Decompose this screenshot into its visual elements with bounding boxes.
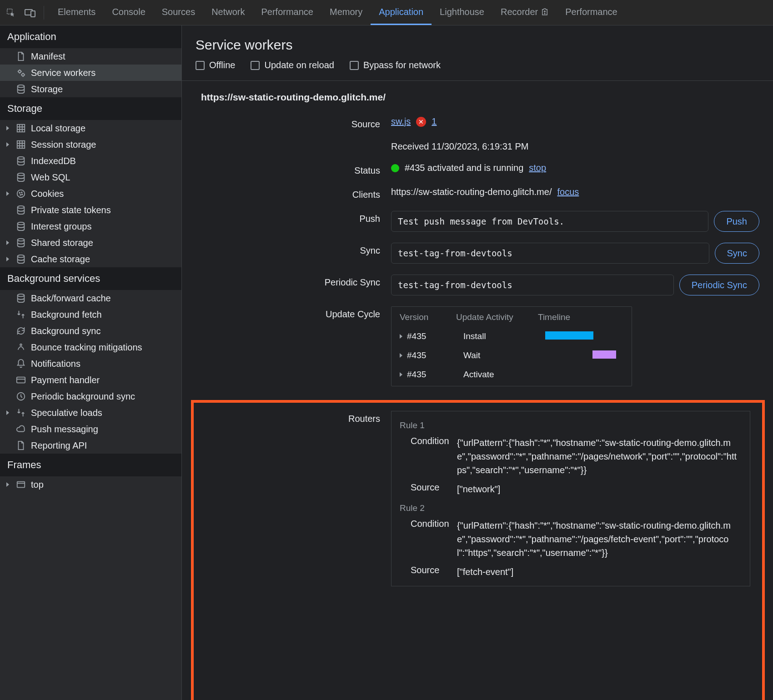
tab-elements[interactable]: Elements: [50, 0, 104, 25]
periodic-sync-button[interactable]: Periodic Sync: [679, 275, 759, 295]
cycle-activity: Wait: [463, 350, 545, 360]
cycle-row[interactable]: #435 Activate: [400, 365, 623, 384]
sidebar-item-back-forward-cache[interactable]: Back/forward cache: [0, 290, 181, 306]
gears-icon: [15, 67, 26, 78]
sidebar-item-speculative-loads[interactable]: Speculative loads: [0, 405, 181, 421]
chevron-right-icon: [400, 372, 402, 377]
sidebar-item-service-workers[interactable]: Service workers: [0, 65, 181, 81]
rule-source-label: Source: [400, 565, 457, 579]
sidebar-item-payment-handler[interactable]: Payment handler: [0, 372, 181, 388]
push-label: Push: [182, 211, 391, 224]
svg-point-3: [544, 13, 545, 14]
sync-input[interactable]: [391, 243, 709, 264]
push-button[interactable]: Push: [714, 211, 759, 232]
rule-title: Rule 2: [400, 499, 742, 516]
error-count-link[interactable]: 1: [432, 116, 437, 127]
grid-icon: [15, 123, 26, 134]
sidebar-item-session-storage[interactable]: Session storage: [0, 136, 181, 153]
sidebar-item-reporting-api[interactable]: Reporting API: [0, 437, 181, 454]
cycle-version: #435: [407, 331, 463, 341]
cycle-row[interactable]: #435 Wait: [400, 346, 623, 365]
sidebar-item-label: Storage: [31, 84, 63, 95]
tab-recorder[interactable]: Recorder: [492, 0, 557, 25]
sidebar-item-background-sync[interactable]: Background sync: [0, 323, 181, 339]
sidebar-item-label: Manifest: [31, 51, 65, 62]
source-file-link[interactable]: sw.js: [391, 116, 411, 127]
col-timeline: Timeline: [538, 312, 623, 322]
push-input[interactable]: [391, 211, 708, 232]
sidebar-item-bounce-tracking-mitigations[interactable]: Bounce tracking mitigations: [0, 339, 181, 355]
error-icon[interactable]: ✕: [416, 117, 426, 127]
tab-application[interactable]: Application: [371, 0, 432, 25]
rule-condition-value: {"urlPattern":{"hash":"*","hostname":"sw…: [457, 519, 742, 560]
sidebar-item-label: Speculative loads: [31, 408, 102, 418]
sidebar-item-interest-groups[interactable]: Interest groups: [0, 218, 181, 235]
sidebar-item-storage[interactable]: Storage: [0, 81, 181, 97]
chevron-right-icon: [6, 126, 9, 130]
device-toggle-icon[interactable]: [22, 5, 38, 21]
sidebar-item-shared-storage[interactable]: Shared storage: [0, 235, 181, 251]
status-dot-icon: [391, 164, 399, 172]
tab-performance[interactable]: Performance: [253, 0, 322, 25]
sidebar-item-private-state-tokens[interactable]: Private state tokens: [0, 202, 181, 218]
focus-link[interactable]: focus: [557, 187, 579, 197]
sidebar-item-top[interactable]: top: [0, 476, 181, 493]
offline-checkbox[interactable]: Offline: [196, 60, 235, 70]
sidebar-item-label: Service workers: [31, 68, 95, 78]
stop-link[interactable]: stop: [529, 163, 546, 173]
sidebar-item-periodic-background-sync[interactable]: Periodic background sync: [0, 388, 181, 405]
sidebar-section-storage: Storage: [0, 97, 181, 120]
cycle-row[interactable]: #435 Install: [400, 327, 623, 346]
sidebar-item-label: Background sync: [31, 326, 100, 336]
sidebar-item-label: Private state tokens: [31, 205, 111, 215]
sidebar-section-application: Application: [0, 25, 181, 48]
sidebar-item-label: IndexedDB: [31, 156, 76, 166]
sidebar-item-label: Interest groups: [31, 221, 91, 232]
tab-performance-insights[interactable]: Performance: [557, 0, 626, 25]
tab-network[interactable]: Network: [203, 0, 253, 25]
sidebar-item-label: Cache storage: [31, 254, 90, 265]
inspect-icon[interactable]: [3, 5, 19, 21]
routers-row: Routers Rule 1Condition {"urlPattern":{"…: [182, 405, 773, 592]
col-activity: Update Activity: [456, 312, 538, 322]
tab-memory[interactable]: Memory: [321, 0, 371, 25]
sidebar-item-web-sql[interactable]: Web SQL: [0, 169, 181, 185]
sidebar-item-label: Periodic background sync: [31, 391, 135, 402]
sidebar-item-label: Web SQL: [31, 172, 70, 183]
update-on-reload-checkbox[interactable]: Update on reload: [251, 60, 334, 70]
page-title: Service workers: [182, 25, 773, 57]
devtools-topbar: Elements Console Sources Network Perform…: [0, 0, 773, 25]
sidebar-item-label: Session storage: [31, 140, 96, 150]
sidebar-item-indexeddb[interactable]: IndexedDB: [0, 153, 181, 169]
sidebar-item-push-messaging[interactable]: Push messaging: [0, 421, 181, 437]
offline-label: Offline: [209, 60, 235, 70]
sidebar-item-local-storage[interactable]: Local storage: [0, 120, 181, 136]
tab-sources[interactable]: Sources: [154, 0, 203, 25]
svg-rect-7: [17, 125, 25, 132]
sidebar-item-manifest[interactable]: Manifest: [0, 48, 181, 65]
sidebar-item-notifications[interactable]: Notifications: [0, 355, 181, 372]
sync-label: Sync: [182, 243, 391, 256]
svg-point-9: [18, 157, 25, 160]
sidebar-item-cache-storage[interactable]: Cache storage: [0, 251, 181, 267]
tab-lighthouse[interactable]: Lighthouse: [432, 0, 492, 25]
periodic-sync-input[interactable]: [391, 275, 674, 295]
source-received: Received 11/30/2023, 6:19:31 PM: [391, 132, 759, 152]
bypass-network-checkbox[interactable]: Bypass for network: [350, 60, 441, 70]
timeline-bar-wait: [592, 350, 616, 359]
timeline-bar-install: [545, 331, 593, 340]
card-icon: [15, 375, 26, 385]
cycle-version: #435: [407, 350, 463, 360]
tab-console[interactable]: Console: [104, 0, 153, 25]
sync-button[interactable]: Sync: [715, 243, 759, 264]
chevron-right-icon: [6, 410, 9, 415]
cycle-activity: Activate: [463, 370, 545, 380]
service-workers-panel: Service workers Offline Update on reload…: [182, 25, 773, 700]
push-row: Push Push: [182, 205, 773, 237]
cloud-icon: [15, 424, 26, 435]
sidebar-item-background-fetch[interactable]: Background fetch: [0, 306, 181, 323]
sidebar-item-label: Shared storage: [31, 238, 93, 248]
bell-icon: [15, 358, 26, 369]
sidebar-section-frames: Frames: [0, 454, 181, 476]
sidebar-item-cookies[interactable]: Cookies: [0, 185, 181, 202]
